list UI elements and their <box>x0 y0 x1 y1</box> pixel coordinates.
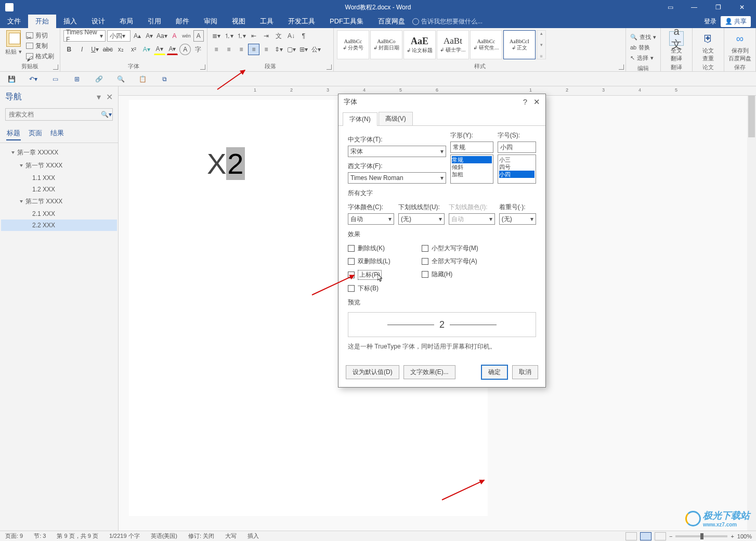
font-color-select[interactable]: 自动▾ <box>348 213 394 225</box>
nav-close-icon[interactable]: ✕ <box>106 93 113 101</box>
vertical-scrollbar[interactable] <box>747 96 756 531</box>
dialog-titlebar[interactable]: 字体 ? ✕ <box>338 94 545 110</box>
similarity-button[interactable]: ⛨ 论文查重 <box>696 30 721 63</box>
format-painter-button[interactable]: 🖌格式刷 <box>26 51 54 61</box>
hidden-checkbox[interactable]: 隐藏(H) <box>422 270 478 279</box>
font-name-select[interactable]: Times New F▾ <box>63 30 106 42</box>
view-web-layout[interactable] <box>655 532 666 540</box>
status-track[interactable]: 修订: 关闭 <box>183 532 220 540</box>
cancel-button[interactable]: 取消 <box>512 365 538 379</box>
en-font-select[interactable]: Times New Roman▾ <box>348 172 446 184</box>
font-size-select[interactable]: 小四▾ <box>107 30 131 42</box>
dialog-close-icon[interactable]: ✕ <box>533 97 540 107</box>
zoom-slider[interactable] <box>675 535 727 537</box>
multilevel-button[interactable]: ⒈▾ <box>236 30 247 42</box>
status-page-count[interactable]: 第 9 页，共 9 页 <box>51 532 103 540</box>
cn-font-select[interactable]: 宋体▾ <box>348 146 446 157</box>
bold-button[interactable]: B <box>63 44 75 55</box>
status-word-count[interactable]: 1/2219 个字 <box>104 532 146 540</box>
phonetic-button[interactable]: wén <box>181 30 192 42</box>
ok-button[interactable]: 确定 <box>481 365 508 380</box>
decrease-font-button[interactable]: A▾ <box>144 30 154 42</box>
new-icon[interactable]: ▭ <box>49 73 61 85</box>
menu-developer[interactable]: 开发工具 <box>281 15 322 28</box>
zoom-out-button[interactable]: − <box>669 533 672 539</box>
increase-font-button[interactable]: A▴ <box>132 30 142 42</box>
snap-button[interactable]: 公▾ <box>310 44 322 55</box>
style-gallery-expand[interactable]: ▴▾≡ <box>537 30 546 59</box>
align-left-button[interactable]: ≡ <box>211 44 222 55</box>
status-section[interactable]: 节: 3 <box>29 532 51 540</box>
zoom-icon[interactable]: 🔍 <box>114 73 127 85</box>
allcaps-checkbox[interactable]: 全部大写字母(A) <box>422 257 478 266</box>
baidu-save-button[interactable]: ∞ 保存到百度网盘 <box>727 30 752 63</box>
undo-icon[interactable]: ↶▾ <box>27 73 40 85</box>
clipboard-launcher-icon[interactable] <box>53 65 58 70</box>
style-item-normal[interactable]: AaBbCcI↲ 正文 <box>503 30 536 59</box>
nav-tree-item[interactable]: 2.1 XXX <box>1 208 117 220</box>
nav-search-input[interactable] <box>6 111 100 118</box>
style-item[interactable]: AaBbCc↲ 研究生... <box>470 30 502 59</box>
nav-search[interactable]: 🔍▾ <box>5 108 113 121</box>
menu-insert[interactable]: 插入 <box>56 15 84 28</box>
nav-dropdown-icon[interactable]: ▾ <box>97 93 101 101</box>
nav-tree-item[interactable]: 第二节 XXXX <box>1 195 117 208</box>
borders-button[interactable]: ⊞▾ <box>298 44 309 55</box>
show-marks-button[interactable]: ¶ <box>298 30 309 42</box>
menu-baidu[interactable]: 百度网盘 <box>371 15 412 28</box>
menu-review[interactable]: 审阅 <box>197 15 225 28</box>
link-icon[interactable]: 🔗 <box>93 73 105 85</box>
change-case-button[interactable]: Aa▾ <box>156 30 167 42</box>
underline-button[interactable]: U▾ <box>89 44 101 55</box>
strike-checkbox[interactable]: 删除线(K) <box>348 244 390 253</box>
nav-tab-pages[interactable]: 页面 <box>28 127 43 140</box>
set-default-button[interactable]: 设为默认值(D) <box>346 365 399 379</box>
view-print-layout[interactable] <box>640 532 651 540</box>
superscript-button[interactable]: x² <box>128 44 139 55</box>
styles-launcher-icon[interactable] <box>619 65 624 70</box>
menu-pdf[interactable]: PDF工具集 <box>322 15 371 28</box>
align-justify-button[interactable]: ≡ <box>248 44 259 55</box>
paragraph-launcher-icon[interactable] <box>327 65 332 70</box>
cut-button[interactable]: ✂剪切 <box>26 30 54 41</box>
menu-mailings[interactable]: 邮件 <box>168 15 197 28</box>
style-item[interactable]: AaBbCc↲ 分类号 <box>337 30 369 59</box>
nav-tab-headings[interactable]: 标题 <box>6 127 21 140</box>
menu-layout[interactable]: 布局 <box>112 15 140 28</box>
style-item[interactable]: AaBt↲ 硕士学... <box>437 30 469 59</box>
search-icon[interactable]: 🔍▾ <box>100 111 112 118</box>
select-button[interactable]: ↖选择 ▾ <box>630 53 656 62</box>
restore-icon[interactable]: ❐ <box>707 1 729 14</box>
nav-tree-item[interactable]: 1.2 XXX <box>1 184 117 195</box>
nav-tree-item-selected[interactable]: 2.2 XXX <box>1 220 117 231</box>
menu-file[interactable]: 文件 <box>0 15 28 28</box>
underline-select[interactable]: (无)▾ <box>398 213 445 225</box>
ribbon-display-icon[interactable]: ▭ <box>659 1 681 14</box>
view-read-mode[interactable] <box>625 532 637 540</box>
zoom-in-button[interactable]: + <box>731 533 734 539</box>
text-effects-button[interactable]: 文字效果(E)... <box>403 365 455 379</box>
align-center-button[interactable]: ≡ <box>223 44 234 55</box>
decrease-indent-button[interactable]: ⇤ <box>248 30 259 42</box>
minimize-icon[interactable]: — <box>683 1 705 14</box>
char-border-button[interactable]: 字 <box>192 44 204 55</box>
subscript-checkbox[interactable]: 下标(B) <box>348 284 390 293</box>
nav-tree-item[interactable]: 1.1 XXX <box>1 172 117 184</box>
layout-small-icon[interactable]: ⧉ <box>158 73 171 85</box>
paste-small-icon[interactable]: 📋 <box>136 73 149 85</box>
subscript-button[interactable]: x₂ <box>115 44 126 55</box>
font-size-list[interactable]: 小三 四号 小四 <box>498 154 536 184</box>
status-insert[interactable]: 插入 <box>242 532 265 540</box>
shading-button[interactable]: ▢▾ <box>285 44 297 55</box>
distributed-button[interactable]: ≡ <box>260 44 272 55</box>
replace-button[interactable]: ab替换 <box>630 43 656 52</box>
menu-design[interactable]: 设计 <box>84 15 112 28</box>
zoom-level[interactable]: 100% <box>737 533 752 539</box>
menu-home[interactable]: 开始 <box>28 15 56 28</box>
nav-tree-item[interactable]: 第一章 XXXXX <box>1 146 117 159</box>
highlight-button[interactable]: A▾ <box>154 44 165 55</box>
bullets-button[interactable]: ≣▾ <box>211 30 222 42</box>
status-page[interactable]: 页面: 9 <box>0 532 29 540</box>
tell-me-search[interactable]: 告诉我您想要做什么... <box>412 15 483 28</box>
close-icon[interactable]: ✕ <box>731 1 753 14</box>
